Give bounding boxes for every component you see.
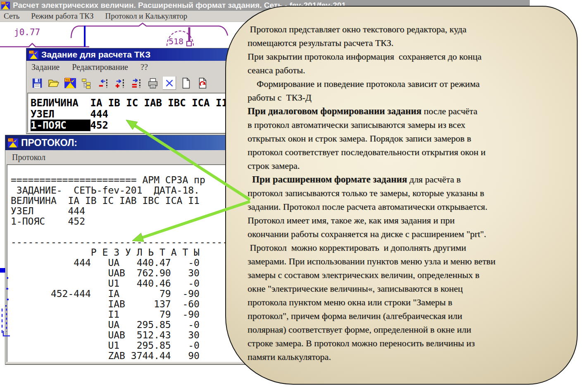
menu-redaktirovanie[interactable]: Редактирование <box>72 62 128 72</box>
new-doc-button[interactable] <box>179 77 193 90</box>
tkz-logo-icon: ТКЗ <box>64 77 76 89</box>
callout-bold-dialog-mode: При диалоговом формировании задания <box>248 106 421 116</box>
svg-text:ТКЗ: ТКЗ <box>9 138 14 141</box>
reactance-label: j0.77 <box>14 27 40 37</box>
tree-button[interactable] <box>80 77 93 90</box>
menu-zadanie[interactable]: Задание <box>31 62 60 72</box>
network-diagram: 518 j0.77 <box>0 22 236 50</box>
revert-doc-button[interactable] <box>196 77 209 90</box>
callout-paragraph: для расчёта в протокол записываются толь… <box>248 174 495 362</box>
callout-text: Протокол представляет окно текстового ре… <box>248 22 567 364</box>
tkz-button[interactable]: ТКЗ <box>64 77 77 90</box>
svg-text:ТКЗ: ТКЗ <box>65 78 71 82</box>
open-folder-icon <box>48 77 60 89</box>
callout-bold-extended-mode: При расширенном формате задания <box>252 174 407 184</box>
tree-icon <box>81 77 93 89</box>
new-doc-icon <box>180 77 192 89</box>
svg-text:ТКЗ: ТКЗ <box>30 50 35 53</box>
move-left-remove-icon <box>98 77 109 89</box>
open-button[interactable] <box>47 77 60 90</box>
move-left-remove-button[interactable] <box>97 77 110 90</box>
callout-paragraph: Протокол представляет окно текстового ре… <box>248 24 481 103</box>
menu-set[interactable]: Сеть <box>4 12 19 21</box>
screen: { "main_window": { "title": "Расчет элек… <box>0 0 588 388</box>
print-button[interactable] <box>146 77 159 90</box>
selected-cell-value: 452 <box>90 120 108 131</box>
selected-cell[interactable]: 1-ПОЯС <box>31 120 90 131</box>
callout-paragraph: после расчёта в протокол автоматически з… <box>248 106 486 184</box>
current-label: 518 <box>169 36 183 46</box>
menu-protokol[interactable]: Протокол <box>12 153 45 162</box>
menu-rezhim-tkz[interactable]: Режим работа ТКЗ <box>31 12 93 21</box>
tkz-window-icon: ТКЗ <box>29 50 38 60</box>
menu-protokol-kalkulyator[interactable]: Протокол и Калькулятор <box>105 12 188 21</box>
delete-x-icon <box>164 77 175 89</box>
menu-help[interactable]: ?? <box>140 62 148 72</box>
protocol-window-title: ПРОТОКОЛ: <box>21 137 77 148</box>
save-button[interactable] <box>31 77 44 90</box>
diagram-fragment-marks <box>0 265 12 343</box>
move-right-add-button[interactable] <box>113 77 126 90</box>
revert-doc-icon <box>197 77 208 89</box>
move-right-add-icon <box>114 77 126 89</box>
tkz-window-icon: ТКЗ <box>8 138 18 148</box>
print-icon <box>147 77 159 89</box>
task-window-title: Задание для расчета ТКЗ <box>41 50 150 60</box>
tkz-app-icon: ТКЗ <box>1 1 10 10</box>
svg-text:ТКЗ: ТКЗ <box>2 2 7 4</box>
save-icon <box>31 77 43 89</box>
append-right-button[interactable] <box>130 77 143 90</box>
append-right-icon <box>131 77 142 89</box>
node-square <box>187 41 191 46</box>
callout-bubble: Протокол представляет окно текстового ре… <box>225 6 578 385</box>
delete-button[interactable] <box>163 77 176 90</box>
